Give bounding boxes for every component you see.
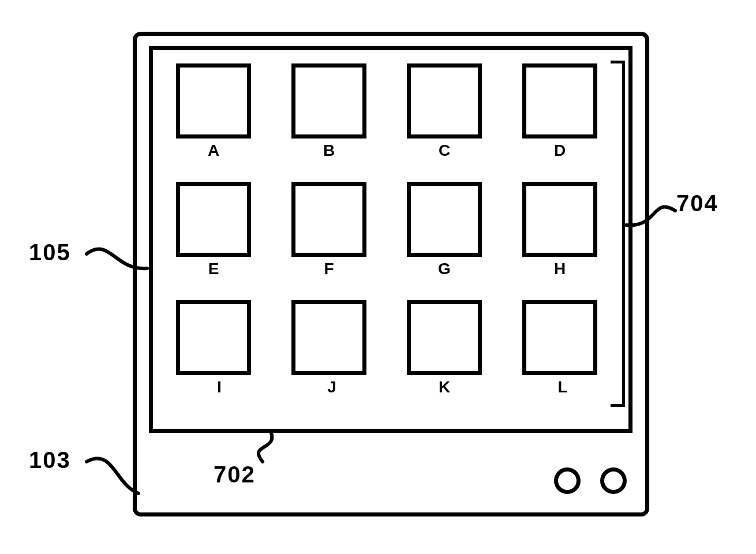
diagram-canvas: A B C D E F G H I J K L 105 103 702 704 xyxy=(0,0,756,554)
control-button-2[interactable] xyxy=(600,467,627,494)
label-k: K xyxy=(433,378,456,396)
label-j: J xyxy=(320,378,343,396)
thumbnail-j[interactable] xyxy=(291,300,366,375)
thumbnail-f[interactable] xyxy=(291,182,366,257)
label-h: H xyxy=(548,260,571,278)
thumbnail-i[interactable] xyxy=(176,300,251,375)
label-l: L xyxy=(551,378,574,396)
thumbnail-e[interactable] xyxy=(176,182,251,257)
label-f: F xyxy=(317,260,340,278)
thumbnail-a[interactable] xyxy=(176,63,251,138)
thumbnail-h[interactable] xyxy=(522,182,597,257)
ref-702: 702 xyxy=(214,462,256,488)
ref-103: 103 xyxy=(29,447,71,473)
thumbnail-g[interactable] xyxy=(407,182,482,257)
label-b: B xyxy=(317,141,340,160)
label-g: G xyxy=(433,260,456,278)
content-bracket xyxy=(611,61,625,407)
thumbnail-k[interactable] xyxy=(407,300,482,375)
thumbnail-c[interactable] xyxy=(407,63,482,138)
label-i: I xyxy=(208,378,231,396)
thumbnail-l[interactable] xyxy=(522,300,597,375)
thumbnail-b[interactable] xyxy=(291,63,366,138)
label-a: A xyxy=(202,141,225,160)
label-e: E xyxy=(202,260,225,278)
ref-105: 105 xyxy=(29,239,71,265)
thumbnail-d[interactable] xyxy=(522,63,597,138)
label-d: D xyxy=(548,141,571,160)
ref-704: 704 xyxy=(676,190,718,216)
label-c: C xyxy=(433,141,456,160)
control-button-1[interactable] xyxy=(554,467,581,494)
